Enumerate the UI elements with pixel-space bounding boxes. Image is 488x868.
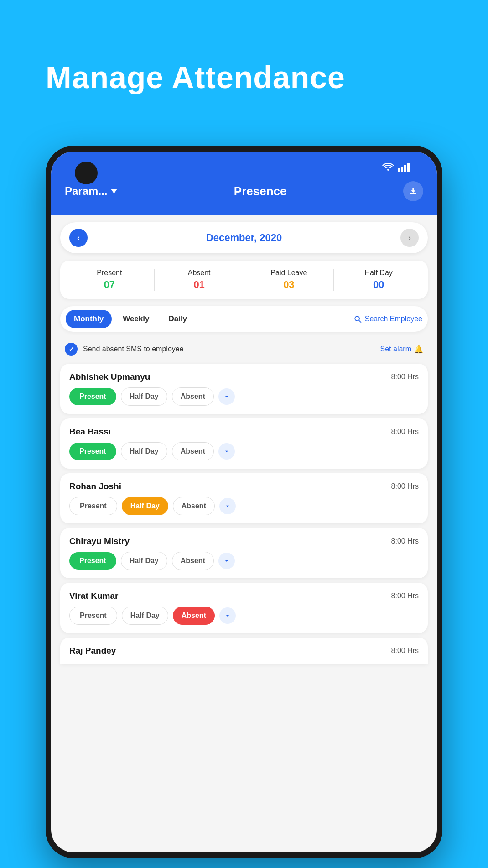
filter-bar: Monthly Weekly Daily Search Employee [60, 306, 428, 332]
stat-halfday-label: Half Day [334, 269, 423, 277]
employee-card-1: Bea Bassi 8:00 Hrs Present Half Day Abse… [60, 418, 428, 469]
phone-frame: Param... Presence ‹ December, 2020 › Pre… [46, 146, 442, 858]
download-button[interactable] [403, 181, 423, 201]
emp-actions-2: Present Half Day Absent [69, 497, 419, 515]
present-button-3[interactable]: Present [69, 552, 116, 570]
svg-point-0 [387, 169, 389, 171]
emp-name-2: Rohan Joshi [69, 481, 121, 492]
emp-name-5: Raj Pandey [69, 646, 116, 656]
employee-card-5: Raj Pandey 8:00 Hrs [60, 638, 428, 664]
org-selector[interactable]: Param... [65, 185, 117, 198]
dropdown-button-2[interactable] [219, 498, 236, 514]
status-bar [382, 162, 410, 173]
halfday-button-1[interactable]: Half Day [121, 442, 167, 460]
emp-name-1: Bea Bassi [69, 427, 111, 437]
filter-tab-daily[interactable]: Daily [160, 310, 195, 328]
absent-button-3[interactable]: Absent [172, 552, 214, 570]
present-button-0[interactable]: Present [69, 388, 116, 405]
filter-divider [348, 311, 348, 327]
alarm-icon: 🔔 [414, 345, 423, 354]
emp-name-3: Chirayu Mistry [69, 536, 130, 546]
stats-row: Present 07 Absent 01 Paid Leave 03 Half … [60, 261, 428, 299]
prev-month-button[interactable]: ‹ [69, 229, 88, 247]
filter-tab-weekly[interactable]: Weekly [114, 310, 157, 328]
employee-card-3: Chirayu Mistry 8:00 Hrs Present Half Day… [60, 528, 428, 578]
side-button [442, 283, 442, 319]
page-title: Manage Attendance [46, 59, 345, 95]
stat-present-label: Present [65, 269, 154, 277]
absent-button-4[interactable]: Absent [173, 607, 215, 625]
emp-header-4: Virat Kumar 8:00 Hrs [69, 591, 419, 601]
search-employee-button[interactable]: Search Employee [353, 314, 422, 324]
sms-row: ✓ Send absent SMS to employee Set alarm … [51, 338, 437, 360]
dropdown-button-1[interactable] [218, 443, 235, 460]
emp-header-3: Chirayu Mistry 8:00 Hrs [69, 536, 419, 546]
stat-paidleave-label: Paid Leave [244, 269, 334, 277]
dropdown-button-0[interactable] [218, 388, 235, 405]
employee-card-4: Virat Kumar 8:00 Hrs Present Half Day Ab… [60, 583, 428, 633]
next-month-button[interactable]: › [400, 229, 419, 247]
halfday-button-2[interactable]: Half Day [122, 497, 168, 515]
halfday-button-0[interactable]: Half Day [121, 387, 167, 406]
stat-absent: Absent 01 [155, 269, 244, 291]
alarm-button[interactable]: Set alarm 🔔 [380, 345, 423, 354]
filter-tabs: Monthly Weekly Daily [66, 310, 343, 328]
present-button-4[interactable]: Present [69, 607, 117, 625]
stat-present-value: 07 [65, 279, 154, 291]
emp-actions-3: Present Half Day Absent [69, 552, 419, 570]
emp-hours-5: 8:00 Hrs [391, 647, 419, 655]
emp-hours-4: 8:00 Hrs [391, 592, 419, 600]
emp-actions-0: Present Half Day Absent [69, 387, 419, 406]
wifi-icon [382, 162, 394, 173]
stat-halfday: Half Day 00 [334, 269, 423, 291]
emp-name-4: Virat Kumar [69, 591, 118, 601]
dropdown-button-4[interactable] [219, 607, 236, 624]
stat-absent-value: 01 [155, 279, 244, 291]
present-button-1[interactable]: Present [69, 443, 116, 460]
stat-absent-label: Absent [155, 269, 244, 277]
camera-notch [75, 162, 98, 184]
emp-actions-4: Present Half Day Absent [69, 607, 419, 625]
employee-card-2: Rohan Joshi 8:00 Hrs Present Half Day Ab… [60, 473, 428, 523]
app-header: Param... Presence [51, 152, 437, 215]
employee-card-0: Abhishek Upmanyu 8:00 Hrs Present Half D… [60, 364, 428, 414]
filter-tab-monthly[interactable]: Monthly [66, 310, 112, 328]
emp-hours-0: 8:00 Hrs [391, 373, 419, 381]
emp-hours-3: 8:00 Hrs [391, 537, 419, 545]
alarm-label: Set alarm [380, 345, 411, 353]
halfday-button-3[interactable]: Half Day [121, 552, 167, 570]
stat-halfday-value: 00 [334, 279, 423, 291]
org-name: Param... [65, 185, 107, 198]
emp-name-0: Abhishek Upmanyu [69, 372, 150, 382]
absent-button-0[interactable]: Absent [172, 387, 214, 406]
dropdown-button-3[interactable] [218, 553, 235, 569]
absent-button-2[interactable]: Absent [173, 497, 215, 515]
sms-checkbox[interactable]: ✓ [65, 343, 78, 356]
phone-screen: Param... Presence ‹ December, 2020 › Pre… [51, 152, 437, 852]
emp-header-1: Bea Bassi 8:00 Hrs [69, 427, 419, 437]
signal-bars-icon [398, 163, 410, 172]
emp-hours-2: 8:00 Hrs [391, 482, 419, 491]
emp-header-5: Raj Pandey 8:00 Hrs [69, 646, 419, 656]
sms-checkbox-group: ✓ Send absent SMS to employee [65, 343, 184, 356]
present-button-2[interactable]: Present [69, 497, 117, 515]
stat-paidleave: Paid Leave 03 [244, 269, 334, 291]
emp-hours-1: 8:00 Hrs [391, 428, 419, 436]
halfday-button-4[interactable]: Half Day [122, 607, 168, 625]
screen-title: Presence [234, 184, 287, 199]
emp-header-0: Abhishek Upmanyu 8:00 Hrs [69, 372, 419, 382]
emp-actions-1: Present Half Day Absent [69, 442, 419, 460]
date-navigation: ‹ December, 2020 › [60, 222, 428, 253]
stat-present: Present 07 [65, 269, 155, 291]
search-employee-label: Search Employee [365, 315, 422, 323]
emp-header-2: Rohan Joshi 8:00 Hrs [69, 481, 419, 492]
stat-paidleave-value: 03 [244, 279, 334, 291]
org-chevron-down-icon [111, 189, 117, 193]
absent-button-1[interactable]: Absent [172, 442, 214, 460]
sms-label: Send absent SMS to employee [83, 345, 184, 353]
current-month: December, 2020 [206, 232, 282, 244]
